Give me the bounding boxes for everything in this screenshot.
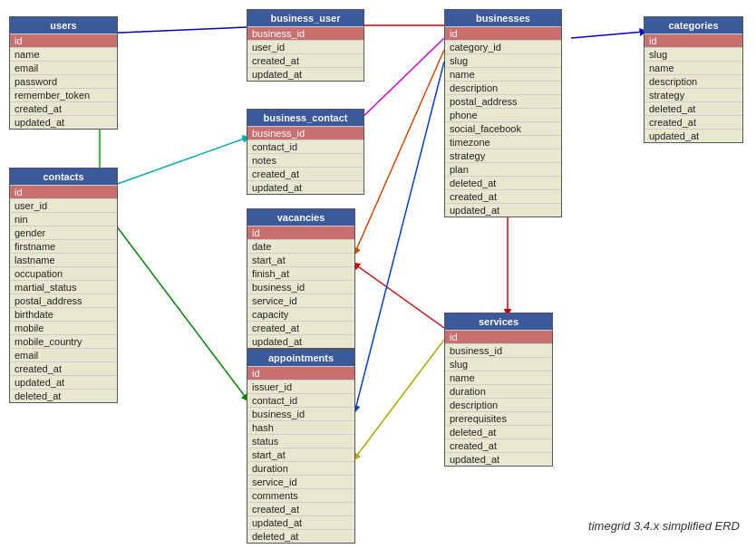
svg-line-3: [355, 38, 444, 124]
field-vac-capacity: capacity: [247, 307, 354, 321]
field-biz-deleted-at: deleted_at: [445, 176, 561, 189]
field-bc-contact-id: contact_id: [247, 140, 363, 153]
field-biz-category-id: category_id: [445, 40, 561, 53]
field-biz-postal-address: postal_address: [445, 94, 561, 108]
svg-line-9: [355, 340, 444, 458]
table-body-business-contact: business_id contact_id notes created_at …: [247, 126, 363, 194]
table-header-appointments: appointments: [247, 350, 354, 366]
svg-line-7: [355, 62, 444, 409]
field-app-deleted-at: deleted_at: [247, 529, 354, 543]
field-cat-created-at: created_at: [645, 115, 742, 129]
field-contacts-created-at: created_at: [10, 361, 117, 375]
field-app-hash: hash: [247, 420, 354, 434]
field-contacts-lastname: lastname: [10, 253, 117, 266]
field-contacts-email: email: [10, 348, 117, 361]
field-contacts-nin: nin: [10, 212, 117, 226]
field-bc-updated-at: updated_at: [247, 180, 363, 194]
table-header-users: users: [10, 17, 117, 34]
field-svc-business-id: business_id: [445, 343, 552, 357]
field-app-start-at: start_at: [247, 448, 354, 461]
field-bu-business-id: business_id: [247, 26, 363, 40]
field-svc-name: name: [445, 371, 552, 384]
field-bu-user-id: user_id: [247, 40, 363, 53]
field-bc-notes: notes: [247, 153, 363, 167]
svg-line-10: [571, 32, 644, 38]
table-body-services: id business_id slug name duration descri…: [445, 330, 552, 466]
table-header-vacancies: vacancies: [247, 209, 354, 226]
field-app-updated-at: updated_at: [247, 515, 354, 529]
field-bc-business-id: business_id: [247, 126, 363, 140]
field-vac-finish-at: finish_at: [247, 266, 354, 280]
field-biz-description: description: [445, 81, 561, 94]
table-business-contact: business_contact business_id contact_id …: [247, 109, 364, 195]
field-app-created-at: created_at: [247, 502, 354, 515]
field-biz-updated-at: updated_at: [445, 203, 561, 217]
field-vac-business-id: business_id: [247, 280, 354, 294]
table-appointments: appointments id issuer_id contact_id bus…: [247, 349, 355, 544]
table-body-contacts: id user_id nin gender firstname lastname…: [10, 185, 117, 402]
field-app-contact-id: contact_id: [247, 393, 354, 407]
field-vac-id: id: [247, 226, 354, 239]
table-vacancies: vacancies id date start_at finish_at bus…: [247, 208, 355, 349]
field-bu-created-at: created_at: [247, 53, 363, 67]
table-body-categories: id slug name description strategy delete…: [645, 34, 742, 142]
field-contacts-id: id: [10, 185, 117, 198]
field-users-name: name: [10, 47, 117, 61]
svg-line-4: [100, 138, 247, 190]
table-body-users: id name email password remember_token cr…: [10, 34, 117, 129]
svg-line-6: [355, 265, 444, 328]
field-app-issuer-id: issuer_id: [247, 380, 354, 393]
table-header-contacts: contacts: [10, 169, 117, 185]
field-contacts-birthdate: birthdate: [10, 307, 117, 321]
field-vac-start-at: start_at: [247, 253, 354, 266]
field-biz-name: name: [445, 67, 561, 81]
field-svc-id: id: [445, 330, 552, 343]
table-header-business-contact: business_contact: [247, 110, 363, 126]
field-users-id: id: [10, 34, 117, 47]
field-svc-deleted-at: deleted_at: [445, 425, 552, 438]
watermark: timegrid 3.4.x simplified ERD: [588, 519, 740, 533]
field-svc-slug: slug: [445, 357, 552, 371]
field-biz-id: id: [445, 26, 561, 40]
field-users-remember-token: remember_token: [10, 88, 117, 101]
field-bu-updated-at: updated_at: [247, 67, 363, 81]
field-users-password: password: [10, 74, 117, 88]
table-users: users id name email password remember_to…: [9, 16, 118, 130]
field-users-email: email: [10, 61, 117, 74]
field-biz-plan: plan: [445, 162, 561, 176]
field-svc-description: description: [445, 398, 552, 411]
table-businesses: businesses id category_id slug name desc…: [444, 9, 562, 217]
table-services: services id business_id slug name durati…: [444, 313, 553, 467]
table-header-businesses: businesses: [445, 10, 561, 26]
field-contacts-postal-address: postal_address: [10, 294, 117, 307]
field-bc-created-at: created_at: [247, 167, 363, 180]
field-contacts-mobile: mobile: [10, 321, 117, 334]
table-header-services: services: [445, 313, 552, 330]
field-biz-phone: phone: [445, 108, 561, 121]
field-cat-description: description: [645, 74, 742, 88]
field-biz-slug: slug: [445, 53, 561, 67]
field-biz-strategy: strategy: [445, 149, 561, 162]
field-cat-strategy: strategy: [645, 88, 742, 101]
field-app-service-id: service_id: [247, 475, 354, 488]
table-body-businesses: id category_id slug name description pos…: [445, 26, 561, 217]
field-app-comments: comments: [247, 488, 354, 502]
field-contacts-mobile-country: mobile_country: [10, 334, 117, 348]
field-vac-date: date: [247, 239, 354, 253]
erd-diagram: users id name email password remember_to…: [0, 0, 756, 549]
table-header-categories: categories: [645, 17, 742, 34]
field-cat-id: id: [645, 34, 742, 47]
field-app-duration: duration: [247, 461, 354, 475]
field-contacts-firstname: firstname: [10, 239, 117, 253]
field-svc-prerequisites: prerequisites: [445, 411, 552, 425]
table-body-vacancies: id date start_at finish_at business_id s…: [247, 226, 354, 348]
field-vac-updated-at: updated_at: [247, 334, 354, 348]
field-contacts-deleted-at: deleted_at: [10, 389, 117, 402]
table-business-user: business_user business_id user_id create…: [247, 9, 364, 82]
field-app-status: status: [247, 434, 354, 448]
field-users-updated-at: updated_at: [10, 115, 117, 129]
field-app-id: id: [247, 366, 354, 380]
field-users-created-at: created_at: [10, 101, 117, 115]
table-header-business-user: business_user: [247, 10, 363, 26]
field-contacts-occupation: occupation: [10, 266, 117, 280]
